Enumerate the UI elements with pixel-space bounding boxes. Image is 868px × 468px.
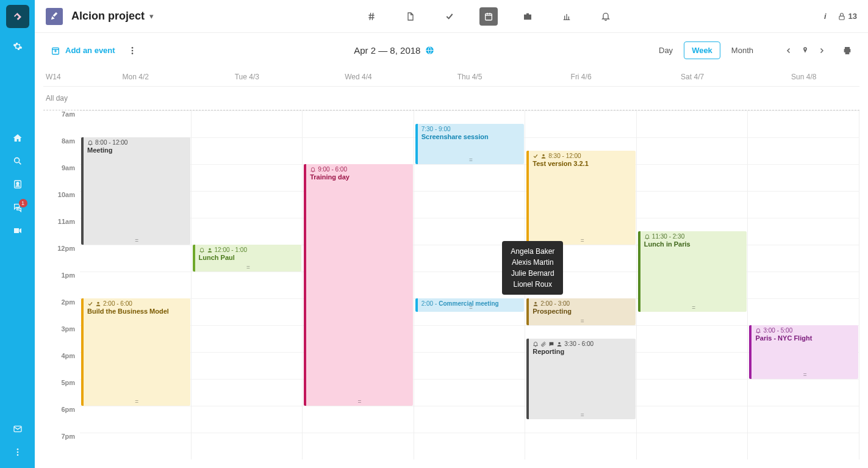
- check-tab[interactable]: [440, 7, 459, 26]
- calendar-cell[interactable]: [748, 433, 859, 459]
- calendar-cell[interactable]: [748, 406, 859, 433]
- bell-tab[interactable]: [597, 7, 615, 26]
- day-header[interactable]: Wed 4/4: [303, 73, 414, 81]
- calendar-cell[interactable]: [192, 406, 303, 433]
- calendar-cell[interactable]: [637, 379, 748, 406]
- calendar-cell[interactable]: [80, 433, 192, 459]
- calendar-cell[interactable]: [414, 272, 526, 298]
- day-header[interactable]: Mon 4/2: [80, 73, 192, 81]
- calendar-cell[interactable]: [637, 191, 748, 218]
- calendar-cell[interactable]: [637, 352, 748, 379]
- calendar-cell[interactable]: [637, 406, 748, 433]
- calendar-cell[interactable]: [192, 298, 303, 325]
- calendar-cell[interactable]: [637, 110, 748, 137]
- calendar-event[interactable]: 3:30 - 6:00Reporting=: [526, 339, 636, 419]
- chat-icon[interactable]: 1: [13, 203, 23, 212]
- briefcase-tab[interactable]: [518, 7, 537, 26]
- more-vertical-icon[interactable]: [13, 447, 23, 457]
- contacts-icon[interactable]: [13, 179, 23, 189]
- calendar-cell[interactable]: [748, 245, 859, 272]
- calendar-cell[interactable]: [414, 352, 526, 379]
- project-selector[interactable]: Alcion project ▾: [71, 10, 154, 23]
- calendar-cell[interactable]: [192, 137, 303, 164]
- calendar-cell[interactable]: [80, 245, 192, 272]
- calendar-cell[interactable]: [637, 433, 748, 459]
- video-icon[interactable]: [13, 226, 23, 236]
- calendar-cell[interactable]: [414, 406, 526, 433]
- calendar-cell[interactable]: [303, 110, 414, 137]
- day-header[interactable]: Sun 4/8: [748, 73, 859, 81]
- calendar-cell[interactable]: [748, 272, 859, 298]
- calendar-cell[interactable]: [525, 245, 637, 272]
- lock-count[interactable]: 13: [838, 12, 857, 21]
- calendar-cell[interactable]: [414, 433, 526, 459]
- calendar-cell[interactable]: [192, 352, 303, 379]
- calendar-event[interactable]: 2:00 - Commercial meeting=: [415, 298, 525, 312]
- calendar-cell[interactable]: [414, 245, 526, 272]
- calendar-event[interactable]: 2:00 - 3:00Prospecting=: [526, 298, 636, 325]
- prev-button[interactable]: [785, 47, 792, 54]
- day-header[interactable]: Tue 4/3: [192, 73, 303, 81]
- calendar-cell[interactable]: [80, 406, 192, 433]
- calendar-cell[interactable]: [303, 137, 414, 164]
- day-header[interactable]: Sat 4/7: [637, 73, 748, 81]
- day-header[interactable]: Fri 4/6: [525, 73, 637, 81]
- calendar-event[interactable]: 2:00 - 6:00Build the Business Model=: [81, 298, 190, 406]
- calendar-cell[interactable]: [748, 218, 859, 245]
- calendar-event[interactable]: 12:00 - 1:00Lunch Paul=: [193, 245, 302, 272]
- calendar-cell[interactable]: [192, 433, 303, 459]
- calendar-cell[interactable]: [637, 325, 748, 352]
- calendar-cell[interactable]: [192, 164, 303, 191]
- next-button[interactable]: [818, 47, 825, 54]
- globe-icon[interactable]: [425, 46, 434, 55]
- view-month-button[interactable]: Month: [724, 42, 761, 59]
- pin-icon[interactable]: [801, 46, 809, 55]
- home-icon[interactable]: [13, 133, 23, 143]
- calendar-event[interactable]: 11:30 - 2:30Lunch in Paris=: [638, 231, 747, 312]
- file-tab[interactable]: [401, 7, 420, 26]
- calendar-cell[interactable]: [414, 379, 526, 406]
- calendar-cell[interactable]: [748, 164, 859, 191]
- more-vertical-icon[interactable]: [127, 46, 137, 56]
- calendar-cell[interactable]: [748, 110, 859, 137]
- mail-icon[interactable]: [13, 424, 23, 434]
- hash-tab[interactable]: [362, 7, 381, 26]
- calendar-cell[interactable]: [192, 325, 303, 352]
- gear-icon[interactable]: [13, 41, 23, 51]
- view-day-button[interactable]: Day: [651, 42, 680, 59]
- calendar-cell[interactable]: [192, 218, 303, 245]
- calendar-event[interactable]: 8:00 - 12:00Meeting=: [81, 137, 190, 245]
- calendar-event[interactable]: 8:30 - 12:00Test version 3.2.1=: [526, 151, 636, 245]
- calendar-cell[interactable]: [637, 164, 748, 191]
- info-icon[interactable]: i: [824, 12, 827, 21]
- calendar-cell[interactable]: [414, 191, 526, 218]
- day-header[interactable]: Thu 4/5: [414, 73, 526, 81]
- calendar-tab[interactable]: [479, 7, 498, 26]
- calendar-cell[interactable]: [192, 110, 303, 137]
- calendar-cell[interactable]: [525, 272, 637, 298]
- search-icon[interactable]: [13, 156, 23, 166]
- calendar-cell[interactable]: [303, 433, 414, 459]
- print-icon[interactable]: [842, 46, 852, 56]
- calendar-cell[interactable]: [303, 406, 414, 433]
- app-logo[interactable]: [6, 5, 29, 28]
- calendar-cell[interactable]: [525, 110, 637, 137]
- calendar-cell[interactable]: [414, 218, 526, 245]
- calendar-cell[interactable]: [80, 110, 192, 137]
- calendar-cell[interactable]: [748, 191, 859, 218]
- add-event-button[interactable]: Add an event: [51, 46, 115, 56]
- calendar-cell[interactable]: [637, 137, 748, 164]
- calendar-event[interactable]: 7:30 - 9:00Screenshare session=: [415, 124, 525, 164]
- calendar-cell[interactable]: [414, 325, 526, 352]
- view-week-button[interactable]: Week: [684, 41, 720, 59]
- calendar-event[interactable]: 9:00 - 6:00Training day=: [304, 164, 413, 406]
- calendar-event[interactable]: 3:00 - 5:00Paris - NYC Flight=: [749, 325, 858, 379]
- calendar-cell[interactable]: [748, 379, 859, 406]
- calendar-cell[interactable]: [192, 191, 303, 218]
- chart-tab[interactable]: [558, 7, 576, 26]
- calendar-cell[interactable]: [192, 272, 303, 298]
- calendar-cell[interactable]: [192, 379, 303, 406]
- calendar-cell[interactable]: [748, 298, 859, 325]
- calendar-cell[interactable]: [414, 164, 526, 191]
- calendar-cell[interactable]: [80, 272, 192, 298]
